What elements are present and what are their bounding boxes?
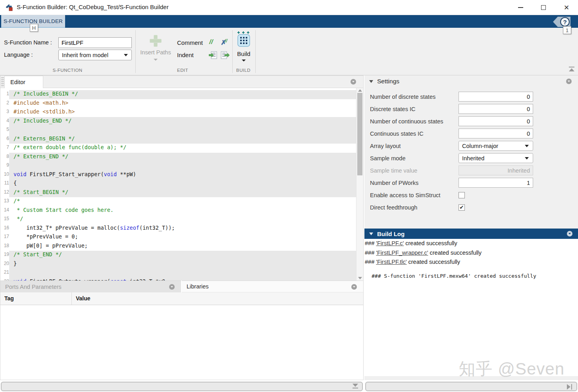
build-button[interactable]: Build xyxy=(233,31,254,73)
code-line[interactable]: 1/* Includes_BEGIN */ xyxy=(0,90,356,99)
indent-icon[interactable] xyxy=(209,51,218,59)
chevron-down-icon xyxy=(154,59,158,61)
code-line[interactable]: 10void FirstLPF_Start_wrapper(void **pW) xyxy=(0,171,356,180)
code-line[interactable]: 17 *pPrevValue = 0; xyxy=(0,233,356,242)
editor-tab-strip: Editor xyxy=(0,76,363,88)
code-line[interactable]: 12/* Start_BEGIN */ xyxy=(0,188,356,198)
minimize-button[interactable] xyxy=(509,0,532,15)
generated-file-link[interactable]: 'FirstLPF.tlc' xyxy=(376,259,407,265)
code-text: *pPrevValue = 0; xyxy=(9,233,356,242)
code-line[interactable]: 21 xyxy=(0,269,356,278)
settings-row: Array layoutColumn-major xyxy=(364,140,578,152)
build-log-header[interactable]: Build Log xyxy=(364,229,578,239)
setting-input[interactable]: 0 xyxy=(459,104,533,114)
setting-checkbox[interactable] xyxy=(459,192,465,198)
smart-indent-icon[interactable] xyxy=(221,51,229,59)
collapsed-panel-strip[interactable] xyxy=(1,382,363,391)
code-line[interactable]: 22void FirstLPF_Outputs_wrapper(const in… xyxy=(0,278,356,281)
code-line[interactable]: 9 xyxy=(0,161,356,171)
setting-input[interactable]: 0 xyxy=(459,129,533,138)
collapse-down-icon[interactable] xyxy=(353,384,358,388)
code-line[interactable]: 4/* Includes_END */ xyxy=(0,117,356,126)
code-line[interactable]: 6/* Externs_BEGIN */ xyxy=(0,135,356,144)
generated-file-link[interactable]: 'FirstLPF.c' xyxy=(376,240,404,246)
code-line[interactable]: 16 int32_T* pPrevValue = malloc(sizeof(i… xyxy=(0,224,356,233)
selected-value: Column-major xyxy=(462,143,498,149)
build-log-line: ### 'FirstLPF.c' created successfully xyxy=(364,239,578,248)
code-line[interactable]: 19/* Start_END */ xyxy=(0,251,356,260)
build-mex-icon xyxy=(236,31,252,48)
setting-input: Inherited xyxy=(459,165,533,175)
settings-row: Sample modeInherited xyxy=(364,152,578,164)
code-line[interactable]: 11{ xyxy=(0,179,356,188)
panel-actions-icon[interactable] xyxy=(566,79,572,84)
settings-row: Number of PWorks1 xyxy=(364,177,578,189)
panel-actions-icon[interactable] xyxy=(351,284,357,290)
insert-paths-button[interactable]: Insert Paths xyxy=(140,32,171,71)
build-log-line: ### 'FirstLPF.tlc' created successfully xyxy=(364,257,578,267)
sfunction-name-input[interactable] xyxy=(58,37,132,48)
code-text: /* Externs_END */ xyxy=(9,153,356,162)
code-line[interactable]: 13/* xyxy=(0,197,356,206)
log-suffix: created successfully xyxy=(428,250,482,256)
generated-file-link[interactable]: 'FirstLPF_wrapper.c' xyxy=(376,250,428,256)
setting-select[interactable]: Inherited xyxy=(459,153,533,163)
code-text: pW[0] = pPrevValue; xyxy=(9,242,356,251)
panel-actions-icon[interactable] xyxy=(351,79,356,85)
code-text: void FirstLPF_Outputs_wrapper(const int3… xyxy=(9,278,356,281)
setting-select[interactable]: Column-major xyxy=(459,141,533,151)
maximize-button[interactable] xyxy=(532,0,555,15)
settings-header[interactable]: Settings xyxy=(364,75,578,87)
close-button[interactable]: ✕ xyxy=(555,0,578,15)
code-text: #include <stdlib.h> xyxy=(9,108,356,117)
line-number: 11 xyxy=(0,179,9,188)
tab-editor[interactable]: Editor xyxy=(4,76,43,88)
language-select[interactable]: Inherit from model xyxy=(58,50,132,60)
line-number: 12 xyxy=(0,188,9,198)
panel-actions-icon[interactable] xyxy=(567,231,572,236)
code-text: /* Start_END */ xyxy=(9,251,356,260)
setting-label: Number of discrete states xyxy=(370,94,435,100)
code-text: #include <math.h> xyxy=(9,99,356,108)
log-prefix: ### xyxy=(365,259,376,265)
panel-libraries[interactable]: Libraries xyxy=(182,281,363,292)
code-line[interactable]: 8/* Externs_END */ xyxy=(0,153,356,162)
help-icon[interactable]: ? xyxy=(560,17,570,27)
setting-input[interactable]: 0 xyxy=(459,116,533,126)
toolbar: S-Function Name : Language : Inherit fro… xyxy=(0,28,578,75)
code-text xyxy=(9,126,356,135)
code-line[interactable]: 14 * Custom Start code goes here. xyxy=(0,206,356,215)
collapsed-panel-strip[interactable] xyxy=(365,382,577,391)
right-panel: Settings Number of discrete states0Discr… xyxy=(364,75,578,380)
scroll-up-icon[interactable] xyxy=(358,89,362,92)
expand-right-icon[interactable] xyxy=(567,384,573,390)
scrollbar-thumb[interactable] xyxy=(357,93,362,175)
code-text: * Custom Start code goes here. xyxy=(9,206,356,215)
column-tag[interactable]: Tag xyxy=(0,292,72,305)
code-line[interactable]: 15 */ xyxy=(0,215,356,224)
panel-actions-icon[interactable] xyxy=(169,284,175,290)
code-line[interactable]: 20} xyxy=(0,260,356,269)
editor-scrollbar[interactable] xyxy=(356,88,363,281)
setting-checkbox[interactable]: ✔ xyxy=(459,204,465,211)
setting-input[interactable]: 1 xyxy=(459,178,533,188)
code-line[interactable]: 3#include <stdlib.h> xyxy=(0,108,356,117)
panel-drag-handle[interactable] xyxy=(1,77,4,87)
scroll-down-icon[interactable] xyxy=(358,277,362,279)
comment-icon[interactable]: // xyxy=(209,38,213,46)
collapse-ribbon-icon[interactable] xyxy=(568,67,575,72)
setting-label: Number of continuous states xyxy=(370,118,443,125)
panel-ports-and-parameters[interactable]: Ports And Parameters xyxy=(0,281,181,292)
uncomment-icon[interactable]: // ✗ xyxy=(221,39,229,47)
code-editor[interactable]: 1/* Includes_BEGIN */2#include <math.h>3… xyxy=(0,88,356,281)
code-line[interactable]: 5 xyxy=(0,126,356,135)
setting-input[interactable]: 0 xyxy=(459,92,533,102)
ports-table-body[interactable] xyxy=(0,305,363,380)
column-value[interactable]: Value xyxy=(72,292,91,305)
code-line[interactable]: 7/* extern double func(double a); */ xyxy=(0,144,356,153)
code-line[interactable]: 18 pW[0] = pPrevValue; xyxy=(0,242,356,251)
code-text xyxy=(9,161,356,171)
setting-label: Direct feedthrough xyxy=(370,204,417,211)
code-line[interactable]: 2#include <math.h> xyxy=(0,99,356,108)
code-text: } xyxy=(9,260,356,269)
